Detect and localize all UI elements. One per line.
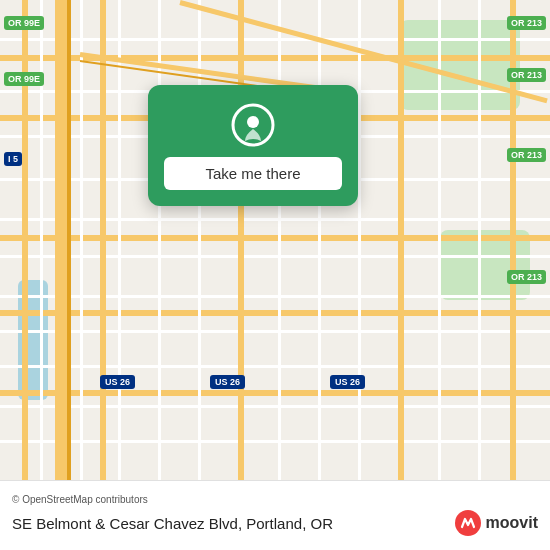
location-popup: Take me there [148,85,358,206]
shield-or99e-1: OR 99E [4,16,44,30]
map-area[interactable]: OR 99E OR 99E I 5 OR 213 OR 213 OR 213 O… [0,0,550,480]
take-me-there-button[interactable]: Take me there [164,157,342,190]
shield-us26-3: US 26 [330,375,365,389]
shield-us26-1: US 26 [100,375,135,389]
shield-or213-3: OR 213 [507,148,546,162]
freeway-i5 [55,0,67,480]
bottom-bar: © OpenStreetMap contributors SE Belmont … [0,480,550,550]
location-label: SE Belmont & Cesar Chavez Blvd, Portland… [12,515,333,532]
shield-us26-2: US 26 [210,375,245,389]
moovit-logo: moovit [454,509,538,537]
map-attribution: © OpenStreetMap contributors [12,494,538,505]
svg-point-1 [247,116,259,128]
shield-i5: I 5 [4,152,22,166]
moovit-text-label: moovit [486,514,538,532]
location-pin-icon [231,103,275,147]
shield-or213-4: OR 213 [507,270,546,284]
shield-or213-1: OR 213 [507,16,546,30]
shield-or213-2: OR 213 [507,68,546,82]
shield-or99e-2: OR 99E [4,72,44,86]
moovit-icon [454,509,482,537]
